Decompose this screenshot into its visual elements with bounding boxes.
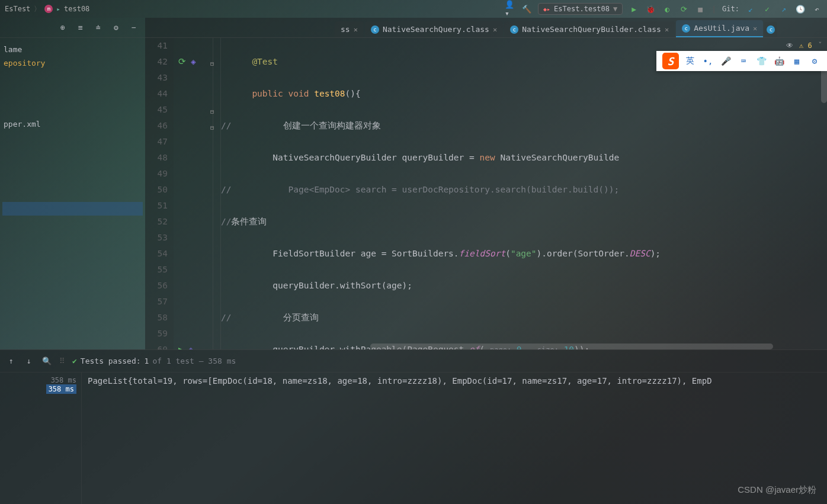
- ime-lang[interactable]: 英: [684, 54, 697, 68]
- gear-icon[interactable]: ⚙: [111, 23, 121, 33]
- build-hammer-icon[interactable]: 🔨: [521, 4, 532, 14]
- tab-label: NativeSearchQuery.class: [383, 25, 489, 34]
- project-toolbar: ⊕ ≡ ≐ ⚙ −: [0, 18, 145, 38]
- breadcrumb-sep: 〉: [34, 4, 41, 14]
- test-run-panel: ↑ ↓ 🔍 ⠿ ✔ Tests passed: 1 of 1 test – 35…: [0, 349, 827, 504]
- test-output[interactable]: PageList{total=19, rows=[EmpDoc(id=18, n…: [81, 373, 827, 504]
- ime-logo-icon[interactable]: S: [662, 53, 679, 69]
- close-icon[interactable]: ✕: [493, 25, 497, 34]
- test-toolbar: ↑ ↓ 🔍 ⠿ ✔ Tests passed: 1 of 1 test – 35…: [0, 350, 827, 373]
- expand-all-icon[interactable]: ≡: [75, 23, 86, 33]
- class-icon: c: [767, 25, 775, 34]
- code-area[interactable]: 4142434445464748495051525354555657585960…: [145, 38, 827, 349]
- debug-icon[interactable]: 🐞: [645, 4, 656, 14]
- coverage-icon[interactable]: ◐: [662, 4, 672, 14]
- toolbar-divider: ⠿: [59, 357, 65, 365]
- run-gutter-icon[interactable]: ⟳◈: [178, 54, 196, 70]
- git-pull-icon[interactable]: ↙: [745, 4, 756, 14]
- line-number-gutter: 4142434445464748495051525354555657585960: [145, 38, 174, 349]
- top-right-actions: 👤▾ 🔨 ◆▸ EsTest.test08 ▼ ▶ 🐞 ◐ ⟳ ■ | Git:…: [505, 3, 822, 15]
- eye-off-icon[interactable]: 👁: [786, 41, 793, 50]
- fold-icon[interactable]: ⊟: [210, 120, 216, 126]
- run-config-icon: ◆▸: [543, 6, 550, 12]
- toolbar-divider: |: [711, 5, 716, 14]
- test-method-icon: m: [44, 5, 53, 13]
- breadcrumb-method[interactable]: test08: [64, 5, 89, 13]
- search-icon[interactable]: 🔍: [41, 356, 52, 367]
- vertical-scrollbar[interactable]: [821, 56, 827, 346]
- test-time[interactable]: 358 ms: [0, 376, 76, 384]
- class-icon: c: [371, 25, 379, 34]
- stop-icon[interactable]: ■: [695, 4, 706, 14]
- breadcrumb-class[interactable]: EsTest: [5, 5, 30, 13]
- up-arrow-icon[interactable]: ↑: [6, 356, 17, 367]
- code-content[interactable]: @Test public void test08(){ // 创建一个查询构建器…: [221, 38, 827, 349]
- tree-item[interactable]: lame: [2, 43, 143, 56]
- tab-partial[interactable]: ss✕: [335, 21, 364, 37]
- close-icon[interactable]: ✕: [354, 25, 358, 34]
- close-icon[interactable]: ✕: [665, 25, 669, 34]
- warning-badge[interactable]: ⚠ 6: [799, 41, 812, 50]
- inspection-badges[interactable]: 👁 ⚠ 6 ˇ: [786, 41, 822, 50]
- dropdown-chevron-icon: ▼: [613, 5, 617, 13]
- project-panel: ⊕ ≡ ≐ ⚙ − lame epository pper.xml: [0, 18, 145, 349]
- tab-aesutil-active[interactable]: cAesUtil.java✕: [676, 20, 763, 37]
- tests-passed-label: ✔ Tests passed: 1 of 1 test – 358 ms: [72, 357, 236, 365]
- git-revert-icon[interactable]: ↶: [812, 4, 822, 14]
- tab-overflow[interactable]: c: [764, 22, 777, 37]
- run-config-selector[interactable]: ◆▸ EsTest.test08 ▼: [538, 3, 623, 15]
- gutter-icons: ⟳◈ ▶◈: [174, 38, 213, 349]
- ime-punct-icon[interactable]: •,: [701, 54, 714, 68]
- ime-gear-icon[interactable]: ⚙: [808, 54, 821, 68]
- run-icon[interactable]: ▶: [629, 4, 639, 14]
- ime-grid-icon[interactable]: ▦: [790, 54, 803, 68]
- tab-label: ss: [341, 25, 350, 34]
- tab-nativesearchquery[interactable]: cNativeSearchQuery.class✕: [365, 21, 503, 37]
- git-history-icon[interactable]: 🕓: [795, 4, 806, 14]
- top-toolbar: EsTest 〉 m ▸ test08 👤▾ 🔨 ◆▸ EsTest.test0…: [0, 0, 827, 18]
- git-commit-icon[interactable]: ✓: [762, 4, 772, 14]
- tree-item[interactable]: epository: [2, 56, 143, 70]
- fold-gutter[interactable]: ⊟ ⊟ ⊟ ⊟: [213, 38, 221, 349]
- target-icon[interactable]: ⊕: [57, 23, 68, 33]
- tree-item-selected[interactable]: [2, 202, 143, 216]
- project-tree[interactable]: lame epository pper.xml: [0, 38, 145, 220]
- profile-icon[interactable]: ⟳: [678, 4, 689, 14]
- run-config-label: EsTest.test08: [554, 5, 610, 13]
- ime-mic-icon[interactable]: 🎤: [719, 54, 732, 68]
- tree-item[interactable]: pper.xml: [2, 117, 143, 131]
- breadcrumb[interactable]: EsTest 〉 m ▸ test08: [5, 4, 89, 14]
- folder-icon: ▸: [56, 5, 60, 13]
- ime-toolbar[interactable]: S 英 •, 🎤 ⌨ 👕 🤖 ▦ ⚙: [656, 51, 827, 71]
- ime-shirt-icon[interactable]: 👕: [755, 54, 768, 68]
- ime-keyboard-icon[interactable]: ⌨: [737, 54, 750, 68]
- user-icon[interactable]: 👤▾: [505, 4, 515, 14]
- collapse-all-icon[interactable]: ≐: [93, 23, 104, 33]
- tab-label: NativeSearchQueryBuilder.class: [522, 25, 661, 34]
- close-icon[interactable]: ✕: [753, 24, 757, 33]
- tab-label: AesUtil.java: [694, 24, 749, 33]
- down-arrow-icon[interactable]: ↓: [24, 356, 34, 367]
- fold-icon[interactable]: ⊟: [210, 344, 216, 349]
- test-tree[interactable]: 358 ms 358 ms: [0, 373, 81, 504]
- inspection-chevron-icon[interactable]: ˇ: [818, 41, 822, 50]
- scroll-thumb[interactable]: [370, 344, 773, 349]
- editor-tabs: ss✕ cNativeSearchQuery.class✕ cNativeSea…: [145, 18, 827, 38]
- ime-robot-icon[interactable]: 🤖: [772, 54, 786, 68]
- horizontal-scrollbar[interactable]: [370, 344, 819, 349]
- fold-icon[interactable]: ⊟: [210, 56, 216, 62]
- class-icon: c: [510, 25, 518, 34]
- git-push-icon[interactable]: ↗: [778, 4, 789, 14]
- run-gutter-icon[interactable]: ▶◈: [178, 342, 193, 349]
- check-icon: ✔: [72, 357, 77, 365]
- tab-nativesearchquerybuilder[interactable]: cNativeSearchQueryBuilder.class✕: [504, 21, 675, 37]
- git-label: Git:: [722, 5, 739, 13]
- watermark: CSDN @javaer炒粉: [738, 484, 816, 496]
- class-icon: c: [682, 24, 690, 33]
- test-time-selected[interactable]: 358 ms: [46, 384, 76, 394]
- fold-icon[interactable]: ⊟: [210, 104, 216, 110]
- hide-icon[interactable]: −: [129, 23, 139, 33]
